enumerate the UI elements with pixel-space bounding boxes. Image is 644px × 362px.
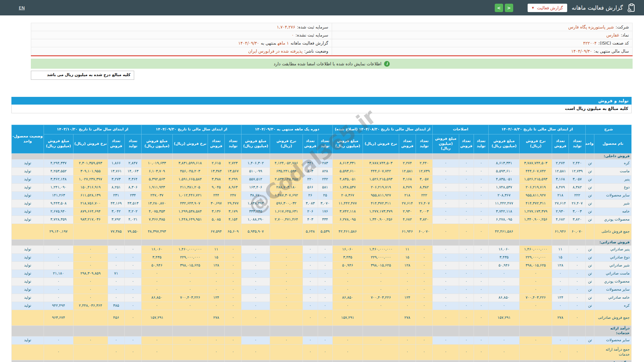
value-cell: ۲۱۸ <box>399 192 416 200</box>
section-cell <box>73 240 108 246</box>
value-cell: ۰ <box>416 278 432 286</box>
signed-info-banner: i اطلاعات نمایش داده شده با اطلاعات امضا… <box>31 59 633 69</box>
value-cell: ۹۴۲,۴۹۴ <box>44 302 73 310</box>
value-cell: ۱۲,۵۸۱ <box>552 168 569 176</box>
value-cell: ۴,۲۹۴,۳۳۷ <box>44 160 73 168</box>
product-name-cell: كره <box>594 302 632 310</box>
top-bar: گزارش فعالیت ماهانه گزارش فعالیت ▼ < > E… <box>0 0 644 15</box>
value-cell: ۹۶۳,۶۷۴ <box>44 310 73 326</box>
value-cell: ۱,۰۱۲,۴۴۶,۷۲۱ <box>172 192 208 200</box>
value-cell: ۳۳۴ <box>318 216 332 224</box>
value-cell: ۰ <box>474 246 488 254</box>
value-cell: ۲۶,۴۰۷ <box>569 200 586 208</box>
value-cell: ۰ <box>552 286 569 294</box>
value-cell: ۰ <box>124 254 141 262</box>
next-report-button[interactable]: > <box>505 4 513 12</box>
value-cell: ۱,۴۸۷,۳۰۷,۶۹۲ <box>270 192 303 200</box>
product-name-cell: محصولات پودري <box>594 278 632 286</box>
section-cell <box>569 326 586 337</box>
unit-cell: تن <box>586 278 594 286</box>
value-cell: ۱۱,۴۴۲,۴۷۷ <box>488 200 519 208</box>
section-cell <box>142 154 172 160</box>
product-name-cell: جمع درآمد ارائه خدمات <box>594 344 632 360</box>
value-cell <box>520 310 552 326</box>
value-cell: ۰ <box>569 270 586 278</box>
value-cell: ۰ <box>520 270 552 278</box>
value-cell: ۰ <box>399 270 416 278</box>
chevron-down-icon: ▼ <box>532 6 534 9</box>
value-cell: ۷,۳۶۶,۳۸۵ <box>142 216 172 224</box>
table-row: ماستتن۱۲,۷۳۹۱۲,۵۸۱۴۴۴,۶۰۷,۷۴۲۵,۵۹۳,۶۱۰۰۰… <box>12 168 632 176</box>
value-cell: ۰ <box>225 286 241 294</box>
value-cell: ۷۹,۵۵۰ <box>124 224 141 240</box>
table-row: سایر محصولاتتن۲۲۲۲۱۸۹۵۵,۸۱۱,۹۲۷۲۰۸,۳۶۷۰۰… <box>12 192 632 200</box>
value-cell: ۶۰,۰۷۰ <box>569 224 586 240</box>
section-cell <box>44 154 73 160</box>
value-cell: ۳,۱۳۶ <box>208 208 225 216</box>
value-cell: ۲۶,۴۰۷ <box>416 200 432 208</box>
value-cell: ۰ <box>552 336 569 344</box>
value-cell: ۰ <box>433 246 459 254</box>
section-cell <box>12 154 44 160</box>
value-cell: ۳۰۹,۱۰۱,۹۵۵ <box>73 168 108 176</box>
header-group-1: اصلاحات <box>433 125 489 134</box>
value-cell: ۰ <box>569 310 586 326</box>
table-row: دوغتن۸,۳۸۲۸,۴۷۹۲۰۶,۲۱۹,۷۱۹۱,۷۴۸,۵۳۷۰۰۰۸,… <box>12 184 632 192</box>
product-name-cell: دوغ <box>594 184 632 192</box>
header-group-0: از ابتدای سال مالی تا تاریخ ۱۴۰۴/۰۸/۳۰ <box>488 125 585 134</box>
value-cell: ۰ <box>241 254 270 262</box>
section-cell <box>241 326 270 337</box>
value-cell: ۶۰,۰۷۰ <box>416 224 432 240</box>
info-cell: نماد:غفارس <box>332 31 633 39</box>
section-cell <box>172 326 208 337</box>
header-subcol: تعداد فروش <box>208 134 225 154</box>
value-cell: ۱۵ <box>552 254 569 262</box>
product-name-cell: جمع فروش داخلی <box>594 224 632 240</box>
value-cell: ۰ <box>73 246 108 254</box>
product-name-cell: كره <box>594 160 632 168</box>
section-cell <box>488 154 519 160</box>
header-subcol: مبلغ فروش (میلیون ریال) <box>142 134 172 154</box>
value-cell: ۰ <box>416 246 432 254</box>
value-cell: ۲۹,۴۷۷ <box>225 200 241 208</box>
section-cell <box>569 360 586 362</box>
amounts-note-box: کلیه مبالغ درج شده به میلیون ریال می باش… <box>31 71 134 80</box>
value-cell: ۲۴۴ <box>208 192 225 200</box>
unit-cell <box>586 344 594 360</box>
value-cell: ۰ <box>270 246 303 254</box>
value-cell <box>172 224 208 240</box>
section-cell <box>569 240 586 246</box>
value-cell: ۰ <box>241 302 270 310</box>
report-type-dropdown[interactable]: گزارش فعالیت ▼ <box>528 4 567 12</box>
status-cell <box>12 344 44 360</box>
table-row: پنیرتن۳,۰۵۷۳,۱۶۸۱,۵۲۶,۲۱۵,۵۹۳۴,۸۳۵,۰۵۱۰۰… <box>12 176 632 184</box>
table-row: خامهتن۳,۰۰۳۲,۹۳۰۱,۲۷۷,۱۷۳,۳۷۹۳,۷۴۲,۱۱۸۰۰… <box>12 208 632 216</box>
value-cell: ۳,۰۸۳ <box>303 200 318 208</box>
section-cell <box>124 326 141 337</box>
value-cell: ۰ <box>433 294 459 302</box>
value-cell: ۶۷,۵۹۴ <box>208 224 225 240</box>
value-cell: ۰ <box>474 160 488 168</box>
info-label: نماد: <box>621 33 629 38</box>
value-cell: ۹۵۵,۸۱۱,۹۲۷ <box>520 192 552 200</box>
section-cell <box>399 326 416 337</box>
section-cell <box>318 360 332 362</box>
value-cell: ۰ <box>433 216 459 224</box>
unit-cell: تن <box>586 192 594 200</box>
value-cell: ۰ <box>303 344 318 360</box>
header-group-3: دوره یک ماهه منتهی به ۱۴۰۴/۰۹/۳۰ <box>241 125 332 134</box>
value-cell: ۱۰,۰۱۹,۶۳۳ <box>142 160 172 168</box>
value-cell: ۱۶,۰۶۰ <box>332 246 363 254</box>
value-cell: ۵۶۶ <box>303 184 318 192</box>
header-subcol: تعداد فروش <box>552 134 569 154</box>
value-cell: ۰ <box>208 344 225 360</box>
prev-report-button[interactable]: < <box>495 4 503 12</box>
section-cell <box>225 326 241 337</box>
value-cell: ۸,۳۸۲ <box>569 184 586 192</box>
value-cell <box>270 224 303 240</box>
language-link[interactable]: EN <box>19 5 25 10</box>
header-subcol: مبلغ فروش (میلیون ریال) <box>332 134 363 154</box>
value-cell: ۷۰۰,۴۰۳,۲۲۶ <box>172 294 208 302</box>
section-cell <box>488 360 519 362</box>
value-cell: ۰ <box>303 302 318 310</box>
